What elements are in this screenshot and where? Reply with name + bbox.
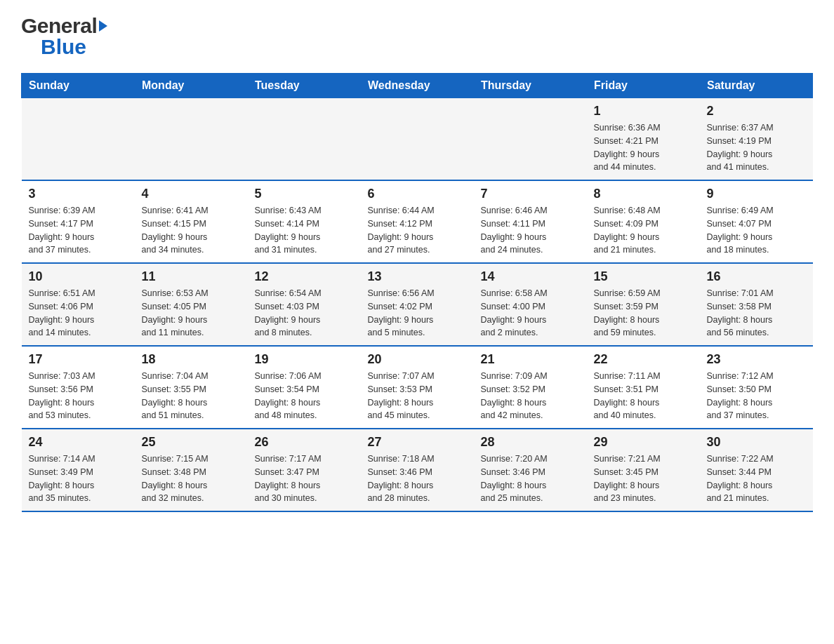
- day-info-text: Daylight: 9 hours: [368, 231, 467, 244]
- day-info-text: Daylight: 9 hours: [255, 231, 354, 244]
- day-number: 28: [481, 435, 580, 450]
- calendar-day-cell: 10Sunrise: 6:51 AMSunset: 4:06 PMDayligh…: [22, 263, 135, 346]
- day-info-text: Sunset: 3:48 PM: [142, 466, 241, 479]
- weekday-header-sunday: Sunday: [22, 74, 135, 98]
- calendar-day-cell: 13Sunrise: 6:56 AMSunset: 4:02 PMDayligh…: [361, 263, 474, 346]
- calendar-day-cell: 19Sunrise: 7:06 AMSunset: 3:54 PMDayligh…: [248, 346, 361, 429]
- day-number: 1: [594, 104, 693, 119]
- day-info-text: Sunset: 3:54 PM: [255, 383, 354, 396]
- day-info-text: Sunset: 3:50 PM: [707, 383, 806, 396]
- weekday-header-row: SundayMondayTuesdayWednesdayThursdayFrid…: [22, 74, 813, 98]
- day-info-text: and 35 minutes.: [29, 492, 128, 505]
- calendar-day-cell: 28Sunrise: 7:20 AMSunset: 3:46 PMDayligh…: [474, 429, 587, 511]
- calendar-day-cell: 15Sunrise: 6:59 AMSunset: 3:59 PMDayligh…: [587, 263, 700, 346]
- day-info-text: Sunrise: 6:51 AM: [29, 287, 128, 300]
- day-info-text: Sunset: 3:47 PM: [255, 466, 354, 479]
- day-info-text: Daylight: 8 hours: [255, 479, 354, 492]
- day-info-text: Daylight: 8 hours: [707, 396, 806, 410]
- day-info-text: and 23 minutes.: [594, 492, 693, 505]
- calendar-day-cell: 14Sunrise: 6:58 AMSunset: 4:00 PMDayligh…: [474, 263, 587, 346]
- day-number: 2: [707, 104, 806, 119]
- calendar-day-cell: 23Sunrise: 7:12 AMSunset: 3:50 PMDayligh…: [700, 346, 813, 429]
- day-info-text: Daylight: 8 hours: [594, 479, 693, 492]
- day-info-text: and 8 minutes.: [255, 326, 354, 340]
- day-info-text: Sunset: 4:00 PM: [481, 300, 580, 314]
- day-number: 22: [594, 352, 693, 367]
- weekday-header-wednesday: Wednesday: [361, 74, 474, 98]
- day-info-text: and 56 minutes.: [707, 326, 806, 340]
- calendar-day-cell: 2Sunrise: 6:37 AMSunset: 4:19 PMDaylight…: [700, 98, 813, 181]
- day-info-text: Sunset: 4:12 PM: [368, 217, 467, 231]
- day-info-text: Sunset: 4:06 PM: [29, 300, 128, 314]
- day-info-text: Sunrise: 6:44 AM: [368, 204, 467, 217]
- logo-general-text: General: [21, 14, 97, 38]
- day-info-text: Daylight: 8 hours: [29, 479, 128, 492]
- day-info-text: and 21 minutes.: [594, 243, 693, 257]
- day-info-text: Sunrise: 6:49 AM: [707, 204, 806, 217]
- day-info-text: Sunrise: 7:20 AM: [481, 452, 580, 466]
- day-info-text: Sunrise: 6:36 AM: [594, 121, 693, 135]
- day-info-text: Sunset: 4:03 PM: [255, 300, 354, 314]
- day-number: 10: [29, 269, 128, 284]
- day-number: 7: [481, 187, 580, 201]
- logo-area: General Blue: [21, 14, 108, 59]
- day-info-text: Sunset: 3:44 PM: [707, 466, 806, 479]
- calendar-day-cell: 20Sunrise: 7:07 AMSunset: 3:53 PMDayligh…: [361, 346, 474, 429]
- day-info-text: Daylight: 8 hours: [481, 479, 580, 492]
- weekday-header-tuesday: Tuesday: [248, 74, 361, 98]
- calendar-day-cell: 27Sunrise: 7:18 AMSunset: 3:46 PMDayligh…: [361, 429, 474, 511]
- calendar-day-cell: 5Sunrise: 6:43 AMSunset: 4:14 PMDaylight…: [248, 180, 361, 263]
- calendar-day-cell: 17Sunrise: 7:03 AMSunset: 3:56 PMDayligh…: [22, 346, 135, 429]
- day-number: 23: [707, 352, 806, 367]
- day-info-text: Sunset: 3:58 PM: [707, 300, 806, 314]
- day-number: 29: [594, 435, 693, 450]
- calendar-day-cell: 21Sunrise: 7:09 AMSunset: 3:52 PMDayligh…: [474, 346, 587, 429]
- calendar-week-row: 10Sunrise: 6:51 AMSunset: 4:06 PMDayligh…: [22, 263, 813, 346]
- day-info-text: Sunrise: 6:43 AM: [255, 204, 354, 217]
- day-info-text: Sunrise: 7:03 AM: [29, 370, 128, 383]
- day-info-text: Daylight: 9 hours: [368, 314, 467, 327]
- day-info-text: and 32 minutes.: [142, 492, 241, 505]
- day-info-text: and 18 minutes.: [707, 243, 806, 257]
- day-info-text: Sunset: 4:14 PM: [255, 217, 354, 231]
- day-info-text: Sunset: 3:59 PM: [594, 300, 693, 314]
- day-info-text: Sunset: 3:46 PM: [481, 466, 580, 479]
- day-info-text: Sunset: 3:46 PM: [368, 466, 467, 479]
- calendar-day-cell: 22Sunrise: 7:11 AMSunset: 3:51 PMDayligh…: [587, 346, 700, 429]
- day-info-text: Sunrise: 6:39 AM: [29, 204, 128, 217]
- day-info-text: Sunrise: 6:56 AM: [368, 287, 467, 300]
- calendar-day-cell: 26Sunrise: 7:17 AMSunset: 3:47 PMDayligh…: [248, 429, 361, 511]
- day-info-text: and 51 minutes.: [142, 409, 241, 422]
- calendar-day-cell: 12Sunrise: 6:54 AMSunset: 4:03 PMDayligh…: [248, 263, 361, 346]
- day-info-text: and 30 minutes.: [255, 492, 354, 505]
- day-number: 4: [142, 187, 241, 201]
- day-info-text: Daylight: 9 hours: [142, 231, 241, 244]
- calendar-day-cell: 24Sunrise: 7:14 AMSunset: 3:49 PMDayligh…: [22, 429, 135, 511]
- day-info-text: Sunset: 3:53 PM: [368, 383, 467, 396]
- day-number: 24: [29, 435, 128, 450]
- day-info-text: Sunrise: 7:11 AM: [594, 370, 693, 383]
- day-number: 19: [255, 352, 354, 367]
- day-info-text: Daylight: 8 hours: [255, 396, 354, 410]
- day-info-text: Sunset: 4:11 PM: [481, 217, 580, 231]
- day-info-text: and 25 minutes.: [481, 492, 580, 505]
- day-info-text: and 53 minutes.: [29, 409, 128, 422]
- calendar-day-cell: 29Sunrise: 7:21 AMSunset: 3:45 PMDayligh…: [587, 429, 700, 511]
- day-info-text: Sunrise: 7:12 AM: [707, 370, 806, 383]
- day-info-text: Daylight: 8 hours: [142, 479, 241, 492]
- day-number: 14: [481, 269, 580, 284]
- day-number: 18: [142, 352, 241, 367]
- day-info-text: Sunrise: 7:15 AM: [142, 452, 241, 466]
- day-info-text: Sunrise: 7:18 AM: [368, 452, 467, 466]
- day-info-text: Sunrise: 7:04 AM: [142, 370, 241, 383]
- day-info-text: and 24 minutes.: [481, 243, 580, 257]
- day-info-text: and 31 minutes.: [255, 243, 354, 257]
- day-info-text: Sunset: 3:56 PM: [29, 383, 128, 396]
- day-info-text: Sunrise: 6:46 AM: [481, 204, 580, 217]
- day-info-text: and 11 minutes.: [142, 326, 241, 340]
- day-info-text: Daylight: 9 hours: [255, 314, 354, 327]
- day-number: 12: [255, 269, 354, 284]
- calendar-week-row: 1Sunrise: 6:36 AMSunset: 4:21 PMDaylight…: [22, 98, 813, 181]
- day-number: 26: [255, 435, 354, 450]
- day-number: 11: [142, 269, 241, 284]
